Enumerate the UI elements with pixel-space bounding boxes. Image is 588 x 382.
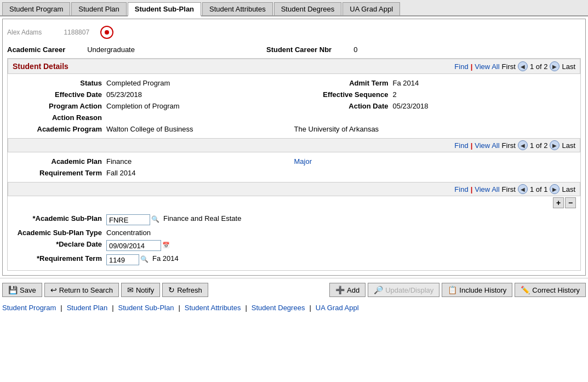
tab-student-sub-plan[interactable]: Student Sub-Plan xyxy=(128,2,201,16)
academic-plan-form: Academic Plan Finance Major Requirement … xyxy=(8,152,580,182)
sub-plan-desc: Finance and Real Estate xyxy=(163,214,241,225)
req-term-input[interactable] xyxy=(106,254,139,265)
page-indicator-3: 1 of 1 xyxy=(530,185,548,193)
bottom-link-student-plan[interactable]: Student Plan xyxy=(67,304,107,312)
req-term-desc: Fa 2014 xyxy=(152,254,179,265)
include-history-icon: 📋 xyxy=(448,286,457,294)
save-button[interactable]: 💾 Save xyxy=(2,283,42,297)
find-link-3[interactable]: Find xyxy=(454,185,468,193)
notify-icon: ✉ xyxy=(127,286,134,294)
save-icon: 💾 xyxy=(8,286,18,294)
next-btn-3[interactable]: ▶ xyxy=(550,184,560,194)
prev-btn-2[interactable]: ◀ xyxy=(518,140,528,150)
first-label-2: First xyxy=(502,141,516,150)
page-indicator-1: 1 of 2 xyxy=(530,62,548,71)
refresh-button[interactable]: ↻ Refresh xyxy=(162,283,208,297)
refresh-icon: ↻ xyxy=(168,286,175,294)
sub-plan-form: *Academic Sub-Plan 🔍 Finance and Real Es… xyxy=(8,209,580,270)
add-row-button[interactable]: + xyxy=(553,197,564,208)
declare-date-row: *Declare Date 📅 xyxy=(8,238,580,253)
correct-history-label: Correct History xyxy=(532,286,580,294)
student-details-section: Student Details Find | View All First ◀ … xyxy=(7,58,581,271)
remove-row-button[interactable]: − xyxy=(565,197,576,208)
req-term-value-1: Fall 2014 xyxy=(106,169,135,177)
tab-student-attributes[interactable]: Student Attributes xyxy=(202,2,273,15)
req-term-label-1: Requirement Term xyxy=(8,169,106,177)
add-icon: ➕ xyxy=(335,286,345,294)
correct-history-button[interactable]: ✏️ Correct History xyxy=(515,283,586,297)
tab-ua-grad-appl[interactable]: UA Grad Appl xyxy=(342,2,400,15)
program-action-value: Completion of Program xyxy=(106,102,180,110)
save-label: Save xyxy=(20,286,36,294)
effective-seq-value: 2 xyxy=(393,90,397,99)
first-label-1: First xyxy=(502,62,516,71)
bottom-link-student-program[interactable]: Student Program xyxy=(2,304,56,312)
sub-plan-row: *Academic Sub-Plan 🔍 Finance and Real Es… xyxy=(8,213,580,227)
student-id: 1188807 xyxy=(64,28,89,36)
academic-program-row: Academic Program Walton College of Busin… xyxy=(8,123,580,135)
correct-history-icon: ✏️ xyxy=(521,286,530,294)
status-label: Status xyxy=(8,79,106,87)
next-btn-2[interactable]: ▶ xyxy=(550,140,560,150)
sub-plan-type-label: Academic Sub-Plan Type xyxy=(8,229,106,237)
sub-plan-type-row: Academic Sub-Plan Type Concentration xyxy=(8,227,580,238)
academic-plan-label: Academic Plan xyxy=(8,157,106,166)
sub-plan-input[interactable] xyxy=(106,214,150,225)
action-date-value: 05/23/2018 xyxy=(393,102,429,110)
sub-nav-2: Find | View All First ◀ 1 of 1 ▶ Last xyxy=(8,182,580,196)
academic-plan-value: Finance xyxy=(106,157,132,166)
view-all-link-3[interactable]: View All xyxy=(475,185,499,193)
view-all-link-2[interactable]: View All xyxy=(475,141,499,150)
academic-program-value: Walton College of Business xyxy=(106,125,193,133)
tab-student-degrees[interactable]: Student Degrees xyxy=(274,2,342,15)
next-btn-1[interactable]: ▶ xyxy=(550,61,560,71)
admit-term-value: Fa 2014 xyxy=(393,79,419,87)
effective-date-row: Effective Date 05/23/2018 Effective Sequ… xyxy=(8,89,580,100)
nav-sep-1: | xyxy=(471,62,473,71)
student-career-nbr-label: Student Career Nbr xyxy=(266,45,332,54)
view-all-link-1[interactable]: View All xyxy=(475,62,499,71)
nav-sep-2: | xyxy=(471,141,473,150)
declare-date-input[interactable] xyxy=(106,240,161,251)
return-label: Return to Search xyxy=(59,286,113,294)
bottom-link-student-sub-plan[interactable]: Student Sub-Plan xyxy=(118,304,174,312)
header-row: Alex Adams 1188807 xyxy=(7,24,581,43)
update-display-button[interactable]: 🔎 Update/Display xyxy=(368,283,439,297)
return-to-search-button[interactable]: ↩ Return to Search xyxy=(44,283,119,297)
include-history-button[interactable]: 📋 Include History xyxy=(442,283,512,297)
program-action-label: Program Action xyxy=(8,102,106,110)
toolbar-group-right: ➕ Add 🔎 Update/Display 📋 Include History… xyxy=(329,283,586,297)
academic-plan-type: Major xyxy=(294,157,312,166)
add-label: Add xyxy=(347,286,359,294)
add-remove-buttons: + − xyxy=(8,196,580,209)
effective-date-value: 05/23/2018 xyxy=(106,90,142,99)
prev-btn-3[interactable]: ◀ xyxy=(518,184,528,194)
bottom-link-student-degrees[interactable]: Student Degrees xyxy=(252,304,305,312)
add-button[interactable]: ➕ Add xyxy=(329,283,366,297)
last-label-3: Last xyxy=(562,185,575,193)
last-label-2: Last xyxy=(562,141,575,150)
update-display-label: Update/Display xyxy=(385,286,433,294)
calendar-icon[interactable]: 📅 xyxy=(161,240,171,250)
tab-student-program[interactable]: Student Program xyxy=(2,2,70,15)
warning-icon[interactable] xyxy=(100,26,113,39)
find-link-1[interactable]: Find xyxy=(454,62,468,71)
prev-btn-1[interactable]: ◀ xyxy=(518,61,528,71)
sub-nav-1: Find | View All First ◀ 1 of 2 ▶ Last xyxy=(8,138,580,152)
bottom-link-student-attributes[interactable]: Student Attributes xyxy=(185,304,241,312)
toolbar-group-left: 💾 Save ↩ Return to Search ✉ Notify ↻ Ref… xyxy=(2,283,208,297)
effective-date-label: Effective Date xyxy=(8,90,106,99)
main-content: Alex Adams 1188807 Academic Career Under… xyxy=(2,19,586,276)
sub-plan-label: *Academic Sub-Plan xyxy=(8,214,106,225)
req-term-row-1: Requirement Term Fall 2014 xyxy=(8,167,580,179)
academic-career-label: Academic Career xyxy=(7,45,65,54)
bottom-link-ua-grad-appl[interactable]: UA Grad Appl xyxy=(316,304,359,312)
update-display-icon: 🔎 xyxy=(374,286,383,294)
action-reason-row: Action Reason xyxy=(8,112,580,123)
find-link-2[interactable]: Find xyxy=(454,141,468,150)
notify-button[interactable]: ✉ Notify xyxy=(121,283,160,297)
req-term-label-2: *Requirement Term xyxy=(8,254,106,265)
sub-plan-search-icon[interactable]: 🔍 xyxy=(150,214,160,224)
req-term-search-icon[interactable]: 🔍 xyxy=(139,254,149,264)
tab-student-plan[interactable]: Student Plan xyxy=(71,2,126,15)
